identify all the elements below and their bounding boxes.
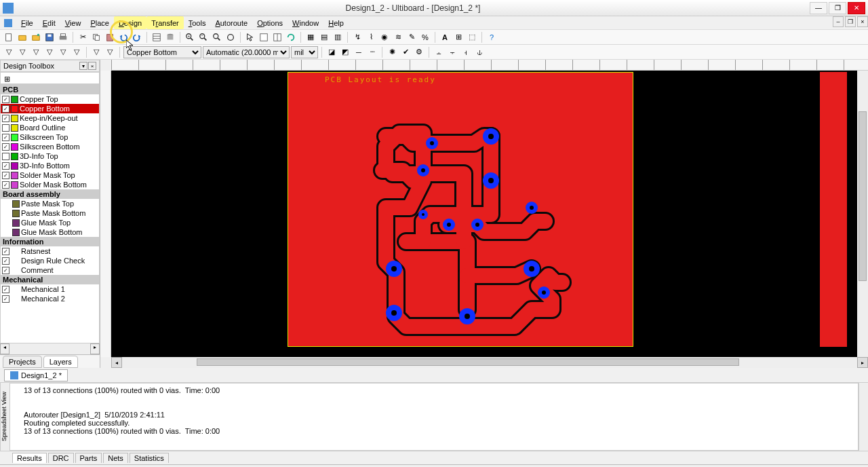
layer-row[interactable]: Ratsnest: [1, 246, 99, 256]
mdi-close[interactable]: ×: [857, 16, 868, 27]
layer-row[interactable]: 3D-Info Bottom: [1, 161, 99, 170]
layer-checkbox[interactable]: [2, 124, 9, 132]
grid-b-icon[interactable]: [271, 31, 283, 43]
menu-transfer[interactable]: Transfer: [146, 16, 184, 29]
layer-checkbox[interactable]: [2, 295, 9, 303]
close-button[interactable]: ✕: [848, 2, 865, 14]
menu-help[interactable]: Help: [323, 16, 349, 29]
highlight-icon[interactable]: ✎: [406, 31, 418, 43]
mdi-restore[interactable]: ❐: [845, 16, 856, 27]
filter-b-icon[interactable]: ▽: [16, 46, 28, 58]
tool-a-icon[interactable]: ▦: [304, 31, 317, 43]
filter-c-icon[interactable]: ▽: [30, 46, 42, 58]
layer-checkbox[interactable]: [2, 96, 9, 103]
filter-h-icon[interactable]: ▽: [104, 46, 116, 58]
layer-row[interactable]: 3D-Info Top: [1, 151, 99, 161]
trace-icon[interactable]: ≋: [392, 31, 404, 43]
layer-checkbox[interactable]: [2, 248, 9, 255]
filter-e-icon[interactable]: ▽: [57, 46, 69, 58]
zoom-in-icon[interactable]: +: [184, 31, 196, 43]
system-menu-icon[interactable]: [4, 19, 12, 27]
toolbox-dropdown-icon[interactable]: ▾: [79, 62, 87, 70]
layer-row[interactable]: Glue Mask Top: [1, 218, 99, 227]
pcb-canvas[interactable]: PCB Layout is ready: [111, 71, 857, 357]
layer-row[interactable]: Mechanical 2: [1, 294, 99, 303]
layer-row[interactable]: Copper Top: [1, 94, 99, 104]
menu-options[interactable]: Options: [252, 16, 288, 29]
capture-icon[interactable]: ⬚: [466, 31, 478, 43]
layer-select[interactable]: Copper Bottom: [123, 46, 201, 58]
layer-checkbox[interactable]: [2, 286, 9, 293]
layer-checkbox[interactable]: [2, 181, 9, 189]
hscroll-right-icon[interactable]: ▸: [857, 357, 868, 368]
trace-width-select[interactable]: Automatic (20.0000 mil): [203, 46, 290, 58]
menu-design[interactable]: Design: [114, 16, 146, 29]
layer-row[interactable]: Copper Bottom: [1, 104, 99, 113]
cut-icon[interactable]: ✂: [77, 31, 89, 43]
zoom-out-icon[interactable]: −: [197, 31, 210, 43]
align-b-icon[interactable]: ⫟: [446, 46, 458, 58]
spreadsheet-view-label[interactable]: Spreadsheet View: [0, 383, 9, 451]
layer-checkbox[interactable]: [2, 134, 9, 141]
canvas-hscroll[interactable]: ◂ ▸: [111, 357, 868, 368]
layer-checkbox[interactable]: [2, 105, 9, 113]
tool-b-icon[interactable]: ▤: [318, 31, 330, 43]
menu-window[interactable]: Window: [288, 16, 323, 29]
database-icon[interactable]: [164, 31, 176, 43]
print-icon[interactable]: [57, 31, 69, 43]
redo-icon[interactable]: [131, 31, 143, 43]
align-d-icon[interactable]: ⫝: [473, 46, 486, 58]
paste-icon[interactable]: [104, 31, 116, 43]
menu-view[interactable]: View: [60, 16, 86, 29]
save-icon[interactable]: [43, 31, 56, 43]
tab-layers[interactable]: Layers: [43, 356, 78, 368]
document-tab[interactable]: Design1_2 *: [4, 369, 68, 381]
help-icon[interactable]: ?: [486, 31, 498, 43]
menu-file[interactable]: File: [16, 16, 38, 29]
filter-f-icon[interactable]: ▽: [71, 46, 83, 58]
open-sample-icon[interactable]: [30, 31, 42, 43]
tree-hscroll[interactable]: ◂ ▸: [0, 343, 100, 354]
layer-checkbox[interactable]: [2, 153, 9, 160]
shape-c-icon[interactable]: ─: [353, 46, 365, 58]
layer-checkbox[interactable]: [2, 143, 9, 151]
hscroll-left-icon[interactable]: ◂: [111, 357, 122, 368]
unit-select[interactable]: mil: [291, 46, 318, 58]
shape-d-icon[interactable]: ┄: [366, 46, 378, 58]
menu-autoroute[interactable]: Autoroute: [210, 16, 252, 29]
select-icon[interactable]: [244, 31, 256, 43]
layer-checkbox[interactable]: [2, 162, 9, 170]
check-icon[interactable]: ✔: [399, 46, 412, 58]
layer-row[interactable]: Board Outline: [1, 123, 99, 132]
tree-icon[interactable]: ⊞: [1, 73, 13, 85]
refresh-icon[interactable]: [285, 31, 297, 43]
layer-checkbox[interactable]: [2, 267, 9, 274]
spreadsheet-icon[interactable]: [151, 31, 163, 43]
out-tab-results[interactable]: Results: [12, 453, 47, 463]
zoom-area-icon[interactable]: [211, 31, 223, 43]
layer-tree[interactable]: PCB Copper TopCopper BottomKeep-in/Keep-…: [0, 84, 100, 343]
layer-row[interactable]: Keep-in/Keep-out: [1, 113, 99, 123]
open-icon[interactable]: [16, 31, 28, 43]
layer-row[interactable]: Glue Mask Bottom: [1, 227, 99, 237]
layer-row[interactable]: Design Rule Check: [1, 256, 99, 265]
maximize-button[interactable]: ❐: [829, 2, 846, 14]
new-icon[interactable]: [3, 31, 15, 43]
filter-d-icon[interactable]: ▽: [43, 46, 56, 58]
layer-checkbox[interactable]: [2, 115, 9, 122]
layer-row[interactable]: Paste Mask Bottom: [1, 208, 99, 218]
drc-icon[interactable]: ✺: [386, 46, 398, 58]
layer-row[interactable]: Mechanical 1: [1, 284, 99, 294]
grid-a-icon[interactable]: [258, 31, 270, 43]
via-icon[interactable]: ◉: [378, 31, 391, 43]
out-tab-drc[interactable]: DRC: [48, 453, 74, 463]
align-a-icon[interactable]: ⫠: [433, 46, 445, 58]
tool-c-icon[interactable]: ▥: [332, 31, 344, 43]
menu-place[interactable]: Place: [85, 16, 114, 29]
menu-edit[interactable]: Edit: [38, 16, 60, 29]
filter-a-icon[interactable]: ▽: [3, 46, 15, 58]
canvas-vscroll[interactable]: [857, 71, 868, 357]
mdi-minimize[interactable]: –: [833, 16, 844, 27]
layer-checkbox[interactable]: [2, 257, 9, 265]
lock-icon[interactable]: ⚙: [413, 46, 425, 58]
